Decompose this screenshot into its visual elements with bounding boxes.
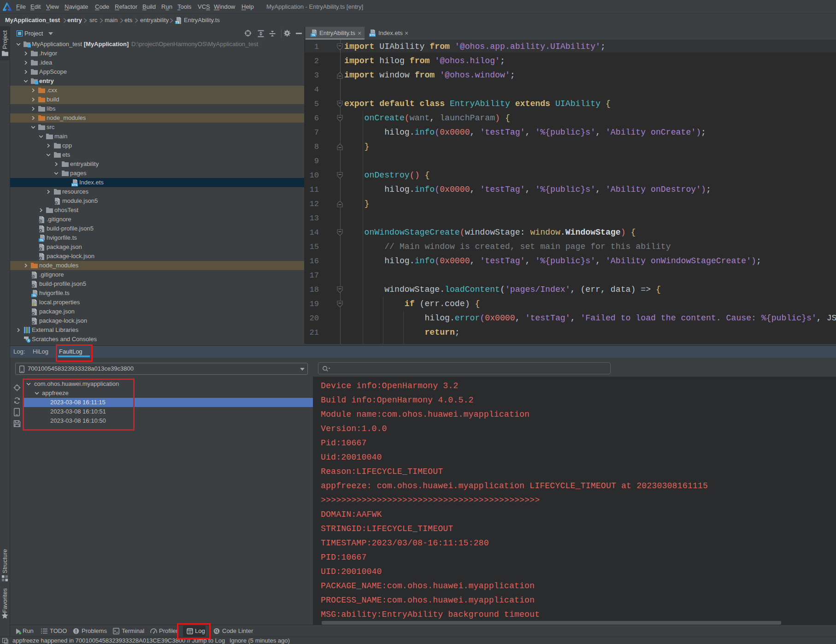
svg-text:TS: TS bbox=[40, 239, 43, 242]
svg-text:TS: TS bbox=[176, 21, 180, 24]
svg-text:TS: TS bbox=[32, 294, 35, 297]
svg-text:ETS: ETS bbox=[72, 183, 77, 186]
svg-text:ETS: ETS bbox=[370, 34, 375, 36]
svg-text:TS: TS bbox=[312, 34, 315, 36]
